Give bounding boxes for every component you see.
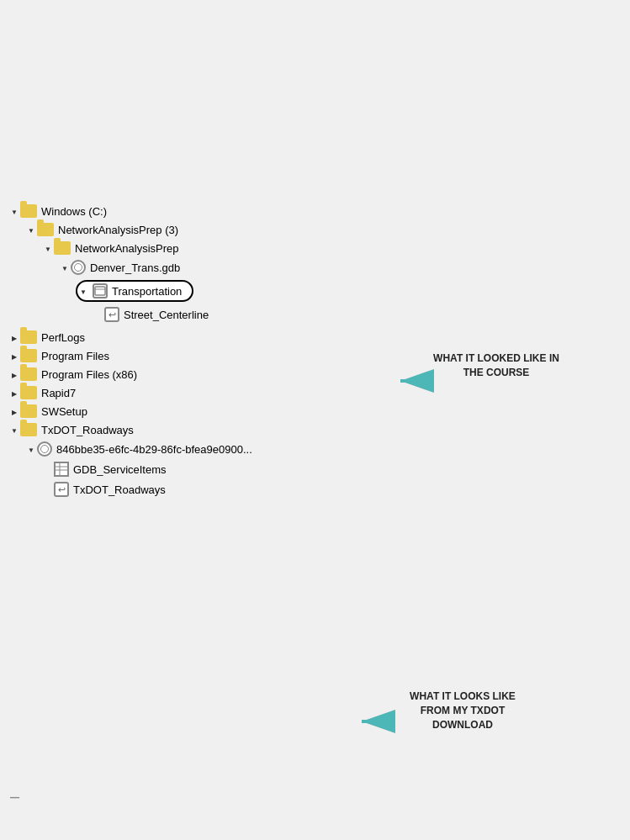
callout-1-text: WHAT IT LOOKED LIKE IN THE COURSE (429, 351, 564, 380)
tree-item-denvertransgdb[interactable]: Denver_Trans.gdb (0, 257, 458, 277)
gdb-icon (71, 260, 86, 275)
folder-icon (20, 367, 37, 381)
tree-item-networkanalysisprep[interactable]: NetworkAnalysisPrep (0, 239, 458, 257)
tree-item-txdotroadways2[interactable]: ↩ TxDOT_Roadways (0, 479, 458, 499)
item-label: TxDOT_Roadways (41, 424, 134, 436)
folder-icon (20, 349, 37, 362)
expand-arrow (77, 287, 89, 296)
expand-arrow (59, 263, 71, 272)
folder-icon (54, 241, 71, 255)
folder-icon (20, 386, 37, 399)
item-label: Program Files (41, 350, 109, 362)
item-label: Windows (C:) (41, 205, 107, 218)
expand-arrow (25, 445, 37, 454)
item-label: Street_Centerline (124, 309, 209, 321)
tree-item-perflogs[interactable]: PerfLogs (0, 328, 458, 346)
item-label: GDB_ServiceItems (73, 463, 167, 476)
tree-item-programfiles[interactable]: Program Files (0, 346, 458, 365)
bottom-dash: – (10, 787, 19, 806)
callout-1: WHAT IT LOOKED LIKE IN THE COURSE (429, 351, 597, 380)
expand-arrow (8, 333, 20, 342)
featureclass-icon: ↩ (54, 482, 69, 497)
item-label: NetworkAnalysisPrep (75, 242, 179, 255)
item-label: Program Files (x86) (41, 368, 137, 381)
expand-arrow (8, 388, 20, 398)
svg-rect-0 (95, 287, 105, 295)
callout-2: WHAT IT LOOKS LIKE FROM MY TXDOT DOWNLOA… (395, 689, 580, 732)
expand-arrow (8, 351, 20, 361)
folder-icon (20, 404, 37, 418)
expand-arrow (25, 225, 37, 235)
tree-item-swsetup[interactable]: SWSetup (0, 402, 458, 420)
callout-2-text: WHAT IT LOOKS LIKE FROM MY TXDOT DOWNLOA… (395, 689, 530, 732)
folder-icon (20, 330, 37, 344)
tree-item-txdotroadways[interactable]: TxDOT_Roadways (0, 420, 458, 439)
item-label: NetworkAnalysisPrep (3) (58, 224, 178, 236)
tree-item-streetcenterline[interactable]: ↩ Street_Centerline (0, 304, 458, 325)
item-label: Rapid7 (41, 387, 76, 399)
tree-item-guid[interactable]: 846bbe35-e6fc-4b29-86fc-bfea9e0900... (0, 439, 458, 459)
item-label: SWSetup (41, 405, 87, 418)
table-icon (54, 462, 69, 477)
tree-item-transportation[interactable]: Transportation (0, 277, 458, 304)
transportation-label: Transportation (112, 285, 182, 298)
folder-icon (20, 423, 37, 436)
tree-item-gdbserviceitems[interactable]: GDB_ServiceItems (0, 459, 458, 479)
item-label: 846bbe35-e6fc-4b29-86fc-bfea9e0900... (56, 443, 252, 456)
dataset-icon (93, 283, 108, 298)
folder-icon (20, 204, 37, 218)
item-label: TxDOT_Roadways (73, 483, 166, 496)
gdb-icon (37, 441, 52, 457)
tree-item-programfilesx86[interactable]: Program Files (x86) (0, 365, 458, 383)
expand-arrow (8, 425, 20, 435)
item-label: Denver_Trans.gdb (90, 262, 180, 274)
featureclass-icon: ↩ (104, 307, 119, 322)
tree-item-rapid7[interactable]: Rapid7 (0, 383, 458, 402)
expand-arrow (42, 244, 54, 253)
tree-item-windows[interactable]: Windows (C:) (0, 202, 458, 220)
tree-item-networkanalysisprep3[interactable]: NetworkAnalysisPrep (3) (0, 220, 458, 239)
transportation-highlighted[interactable]: Transportation (76, 280, 193, 302)
expand-arrow (8, 370, 20, 379)
folder-icon (37, 223, 54, 236)
item-label: PerfLogs (41, 331, 85, 344)
expand-arrow (8, 407, 20, 416)
file-tree: Windows (C:) NetworkAnalysisPrep (3) Net… (0, 193, 458, 508)
expand-arrow (8, 207, 20, 216)
